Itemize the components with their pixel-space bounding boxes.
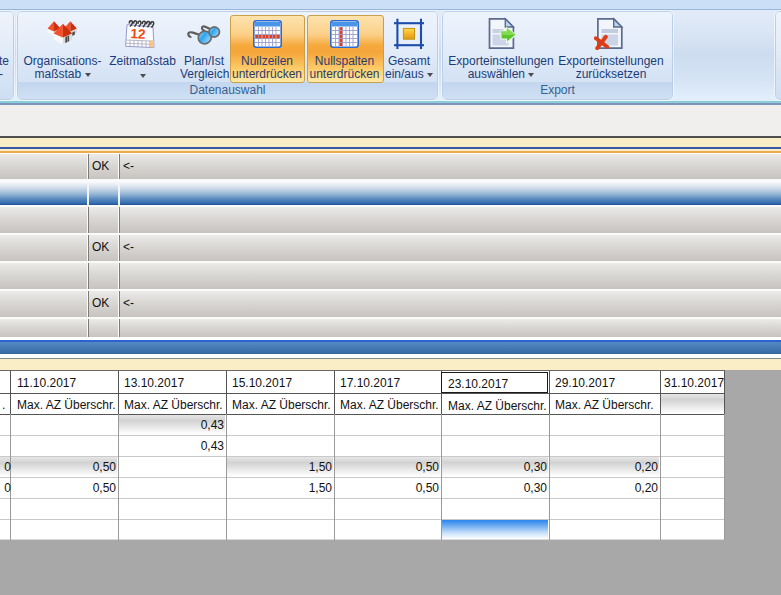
svg-text:12: 12 — [130, 26, 146, 42]
